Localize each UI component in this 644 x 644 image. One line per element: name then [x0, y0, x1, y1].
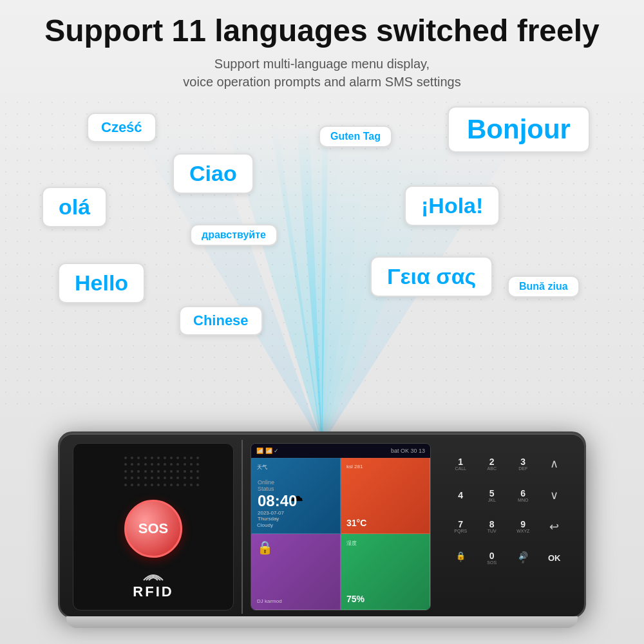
subtitle-line1: Support multi-language menu display,	[214, 57, 430, 71]
key-down[interactable]: ∨	[540, 481, 569, 510]
key-back[interactable]: ↩	[540, 513, 569, 542]
key-ok[interactable]: OK	[540, 544, 569, 573]
lang-bubble-french: Bonjour	[448, 106, 590, 153]
key-2[interactable]: 2ABC	[478, 450, 507, 478]
lang-bubble-spanish: ¡Hola!	[404, 185, 500, 226]
screen-tile-temp: ksl 281 31°C	[341, 458, 430, 534]
key-hash[interactable]: 🔊#	[509, 544, 538, 573]
rfid-text: RFID	[133, 583, 173, 600]
lang-bubble-german: Guten Tag	[319, 126, 392, 147]
device-body: SOS RFID	[58, 431, 586, 618]
rfid-label: RFID	[133, 569, 173, 600]
key-3[interactable]: 3DEF	[509, 450, 538, 478]
lang-bubble-romanian: Bună ziua	[507, 276, 580, 298]
key-5[interactable]: 5JKL	[478, 481, 507, 510]
device-container: SOS RFID	[58, 431, 586, 631]
device-divider	[242, 440, 243, 614]
screen-status-bar: 📶 📶 ✓ bat OK 30 13	[251, 444, 430, 458]
subtitle: Support multi-language menu display, voi…	[26, 55, 618, 91]
device-screen: 📶 📶 ✓ bat OK 30 13 天气 ☁ Cloudy ksl 281 3…	[251, 443, 431, 611]
key-8[interactable]: 8TUV	[478, 513, 507, 542]
lang-bubble-russian: дравствуйте	[190, 224, 278, 246]
key-0[interactable]: 0SOS	[478, 544, 507, 573]
screen-time-overlay: Online Status 08:40 2023-07-07 Thursday	[258, 479, 297, 522]
device-base-edge	[66, 616, 578, 628]
main-title: Support 11 languages switched freely	[26, 13, 618, 48]
key-up[interactable]: ∧	[540, 450, 569, 478]
lang-bubble-chinese: Chinese	[179, 306, 263, 336]
lang-bubble-greek: Γεια σας	[370, 256, 493, 297]
lang-bubble-czech: Cześć	[87, 113, 156, 142]
key-9[interactable]: 9WXYZ	[509, 513, 538, 542]
lang-bubble-english: Hello	[58, 263, 145, 303]
key-1[interactable]: 1CALL	[446, 450, 475, 478]
rfid-waves	[140, 569, 166, 582]
device-keypad: 1CALL 2ABC 3DEF ∧ 4 5JKL 6MNO ∨ 7PQRS 8T…	[440, 443, 575, 611]
key-lock[interactable]: 🔒*	[446, 544, 475, 573]
key-6[interactable]: 6MNO	[509, 481, 538, 510]
screen-tile-humidity: 湿度 75%	[341, 534, 430, 610]
subtitle-line2: voice operation prompts and alarm SMS se…	[183, 75, 460, 89]
lang-bubble-italian: Ciao	[173, 153, 254, 194]
screen-tile-smart: 🔒 DJ karmod	[251, 534, 341, 610]
lang-bubble-portuguese: olá	[42, 187, 107, 227]
key-7[interactable]: 7PQRS	[446, 513, 475, 542]
page-container: Support 11 languages switched freely Sup…	[0, 0, 644, 644]
key-4[interactable]: 4	[446, 481, 475, 510]
left-panel: SOS RFID	[73, 443, 234, 611]
speaker-grid	[124, 457, 202, 489]
sos-button[interactable]: SOS	[124, 500, 182, 558]
header: Support 11 languages switched freely Sup…	[0, 13, 644, 91]
screen-content: 📶 📶 ✓ bat OK 30 13 天气 ☁ Cloudy ksl 281 3…	[251, 444, 430, 610]
